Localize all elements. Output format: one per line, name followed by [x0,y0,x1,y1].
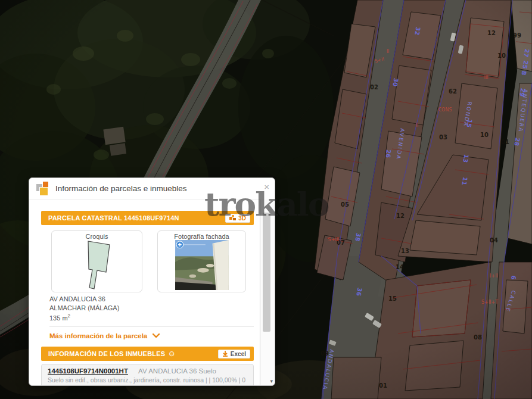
close-icon[interactable]: × [264,183,269,191]
parcel-header-bar: PARCELA CATASTRAL 1445108UF9714N 3D [41,211,254,225]
excel-export-button[interactable]: Excel [218,350,250,359]
excel-export-label: Excel [231,351,246,357]
parcel-address: AV ANDALUCIA 36 ALMACHAR (MÁLAGA) 135 m2 [49,295,254,322]
parcel-area: 135 m2 [49,312,254,322]
view-3d-label: 3D [238,215,246,222]
chevron-down-icon [153,333,160,338]
croquis-label: Croquis [52,233,142,240]
cadastral-reference-link[interactable]: 1445108UF9714N0001HT [48,367,128,375]
amber-square-icon [39,187,48,196]
address-line1: AV ANDALUCIA 36 [49,295,254,304]
dialog-scrollbar[interactable]: ▾ [260,200,275,385]
preview-panels: Croquis Fotografía fachada [51,230,254,292]
parcel-sketch [76,240,118,291]
croquis-panel[interactable]: Croquis [51,230,142,292]
comment-bubble-icon[interactable]: ⊖ [169,350,175,358]
address-line2: ALMACHAR (MÁLAGA) [49,304,254,313]
dialog-title: Información de parcelas e inmuebles [55,184,187,193]
facade-photo-label: Fotografía fachada [158,233,245,240]
inmuebles-header-label: INFORMACIÓN DE LOS INMUEBLES [48,350,165,357]
dialog-content: PARCELA CATASTRAL 1445108UF9714N 3D Croq… [29,200,260,385]
facade-photo-panel[interactable]: Fotografía fachada [157,230,246,292]
parcel-header-label: PARCELA CATASTRAL 1445108UF9714N [48,214,179,222]
facade-photo[interactable] [175,240,229,290]
download-icon [222,351,228,357]
inmueble-row-line1: 1445108UF9714N0001HT AV ANDALUCIA 36 Sue… [48,367,247,375]
screen: AVENIDARONDAANTEQUERACALLEANDALUCIA26151… [0,0,532,399]
inmueble-row[interactable]: 1445108UF9714N0001HT AV ANDALUCIA 36 Sue… [41,364,254,385]
inmuebles-header-bar: INFORMACIÓN DE LOS INMUEBLES ⊖ Excel [41,347,254,361]
more-parcel-info-label: Más información de la parcela [49,332,147,339]
croquis-body [52,240,142,291]
scrollbar-thumb[interactable] [263,213,270,332]
view-3d-button[interactable]: 3D [225,214,250,223]
inmueble-details: Suelo sin edif., obras urbaniz., jardine… [48,376,247,384]
facade-photo-body [158,240,245,290]
cadastre-squares-icon [36,181,51,197]
parcel-info-dialog: Información de parcelas e inmuebles × PA… [29,177,275,386]
dialog-header: Información de parcelas e inmuebles × [29,178,275,200]
cube-3d-icon [229,215,236,221]
more-parcel-info-link[interactable]: Más información de la parcela [49,332,254,339]
divider [49,326,254,327]
inmueble-address: AV ANDALUCIA 36 Suelo [138,367,216,375]
scroll-down-icon[interactable]: ▾ [270,378,273,384]
photo-zoom-icon[interactable] [176,241,183,248]
